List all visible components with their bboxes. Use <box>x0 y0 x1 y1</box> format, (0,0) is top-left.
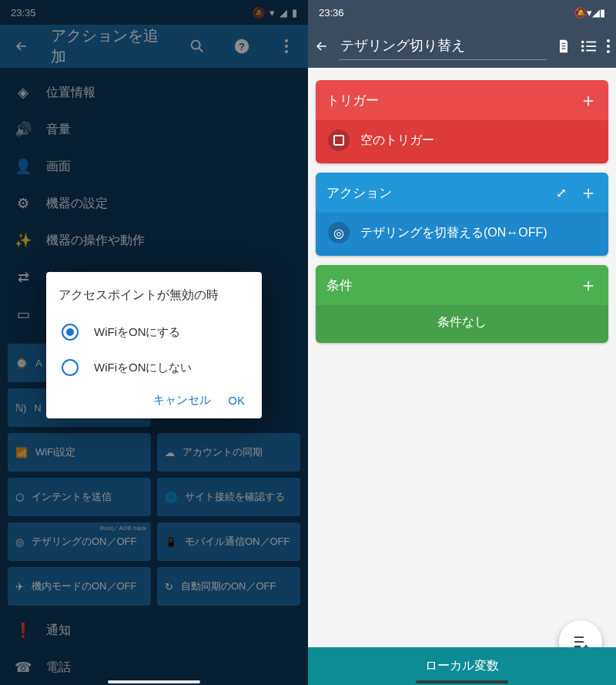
status-icons: 🔕▾◢▮ <box>574 7 605 18</box>
nav-handle[interactable] <box>416 680 508 683</box>
add-trigger-button[interactable]: ＋ <box>579 88 598 112</box>
condition-title: 条件 <box>326 277 579 294</box>
app-bar: テザリング切り替え <box>308 25 616 68</box>
local-vars-button[interactable]: ローカル変数 <box>308 647 616 685</box>
svg-point-11 <box>581 45 584 48</box>
tether-icon: ◎ <box>328 222 350 243</box>
cancel-button[interactable]: キャンセル <box>153 393 211 408</box>
trigger-card: トリガー ＋ 空のトリガー <box>316 80 608 163</box>
radio-option-on[interactable]: WiFiをONにする <box>59 314 249 350</box>
ok-button[interactable]: OK <box>228 393 245 408</box>
svg-point-16 <box>607 45 610 48</box>
dialog: アクセスポイントが無効の時 WiFiをONにする WiFiをONにしない キャン… <box>46 272 262 418</box>
radio-icon <box>62 324 79 341</box>
trigger-item[interactable]: 空のトリガー <box>316 120 608 163</box>
svg-point-17 <box>607 50 610 53</box>
nav-handle[interactable] <box>108 680 200 683</box>
svg-rect-6 <box>562 43 566 44</box>
notif-off-icon: 🔕 <box>574 7 587 18</box>
add-action-button[interactable]: ＋ <box>579 180 598 205</box>
note-button[interactable] <box>556 38 571 55</box>
action-card: アクション ⤢ ＋ ◎ テザリングを切替える(ON↔OFF) <box>316 173 608 256</box>
svg-rect-8 <box>562 49 566 49</box>
menu-button[interactable] <box>607 39 610 53</box>
wifi-icon: ▾ <box>587 7 592 18</box>
svg-point-15 <box>607 39 610 42</box>
svg-point-9 <box>581 41 584 44</box>
svg-rect-10 <box>586 42 596 43</box>
action-item[interactable]: ◎ テザリングを切替える(ON↔OFF) <box>316 213 608 256</box>
trigger-title: トリガー <box>326 92 579 109</box>
svg-rect-7 <box>562 45 566 46</box>
status-time: 23:36 <box>319 7 344 18</box>
empty-icon <box>328 129 350 151</box>
expand-button[interactable]: ⤢ <box>556 185 567 201</box>
macro-name-input[interactable]: テザリング切り替え <box>339 33 547 60</box>
svg-rect-12 <box>586 45 596 47</box>
list-button[interactable] <box>581 39 598 53</box>
action-title: アクション <box>326 184 556 202</box>
condition-empty[interactable]: 条件なし <box>316 305 608 343</box>
svg-rect-14 <box>586 50 596 52</box>
add-condition-button[interactable]: ＋ <box>579 273 598 297</box>
radio-icon <box>62 359 79 376</box>
radio-option-off[interactable]: WiFiをONにしない <box>59 350 249 385</box>
signal-icon: ◢ <box>592 7 600 18</box>
battery-icon: ▮ <box>600 7 605 18</box>
condition-card: 条件 ＋ 条件なし <box>316 265 608 343</box>
dialog-title: アクセスポイントが無効の時 <box>59 287 249 304</box>
status-bar: 23:36 🔕▾◢▮ <box>308 0 616 25</box>
back-button[interactable] <box>314 39 330 54</box>
svg-point-13 <box>581 49 584 52</box>
